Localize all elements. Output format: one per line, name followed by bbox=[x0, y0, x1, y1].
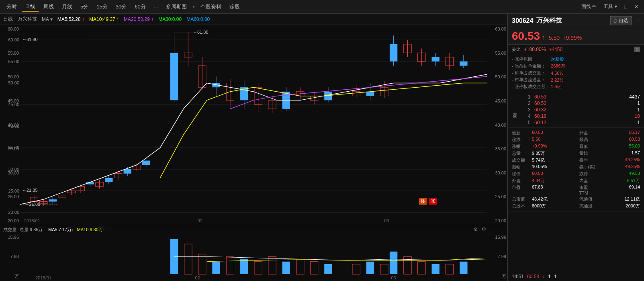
ratio-val2: +4450 bbox=[549, 47, 562, 52]
volume-canvas[interactable] bbox=[0, 234, 507, 280]
price-axis-60: 60.00 bbox=[488, 27, 506, 31]
price-axis-35: 35.00 bbox=[488, 146, 506, 151]
dot5: · bbox=[512, 84, 513, 89]
volume-chart: 成交量 总量:9.85万↓ MA5:7.17万↑ MA10:6.30万↑ ⊗ ⚙… bbox=[0, 225, 507, 281]
ob-row-4: 4 60.18 10 bbox=[528, 113, 640, 119]
current-order-val: 2686万 bbox=[551, 63, 565, 69]
footer-bar: 14:51 60.53 ↓ 1 1 bbox=[508, 272, 644, 281]
top-nav: 分时 日线 周线 月线 5分 15分 30分 60分 ··· 多周期图 ▾ 个股… bbox=[0, 0, 644, 14]
dot3: · bbox=[512, 71, 513, 76]
ratio-label: 委比 bbox=[512, 46, 521, 52]
current-order-row: · 当前封单金额： 2686万 bbox=[512, 63, 640, 70]
menu-icon[interactable]: ≡ bbox=[637, 18, 640, 24]
stat-row-5: 成交额 5.74亿 换手 49.25% bbox=[512, 157, 640, 164]
stat-row-8: 外盘 4.34万 内盘 5.51万 bbox=[512, 177, 640, 184]
price-up-icon: ↑ bbox=[541, 33, 545, 41]
stop-reason-label: 涨停原因 bbox=[515, 56, 551, 62]
footer-vol2: 1 bbox=[554, 274, 557, 279]
nav-monthly[interactable]: 月线 bbox=[59, 2, 76, 11]
ma10-label: MA10:49.37 ↑ bbox=[89, 16, 119, 22]
stat-row-9: 市盈 67.83 市盈TTM 69.14 bbox=[512, 184, 640, 196]
price-axis-50: 50.00 bbox=[488, 74, 506, 79]
annotation-high: ←61.80 bbox=[22, 37, 38, 42]
ratio-val: +100.00% bbox=[524, 47, 546, 52]
ma30-label: MA30:0.00 bbox=[158, 16, 182, 22]
stop-reason-tag[interactable]: 次新股 bbox=[551, 56, 564, 62]
volume-ma10: MA10:6.30万↑ bbox=[77, 227, 105, 233]
nav-daily[interactable]: 日线 bbox=[22, 2, 39, 12]
price-axis-40: 40.00 bbox=[488, 123, 506, 127]
nav-stock-info[interactable]: 个股资料 bbox=[197, 2, 225, 11]
main-layout: 日线 万兴科技 MA ▾ MA5:52.28 ↑ MA10:49.37 ↑ MA… bbox=[0, 14, 644, 281]
ma-bar: 日线 万兴科技 MA ▾ MA5:52.28 ↑ MA10:49.37 ↑ MA… bbox=[0, 14, 507, 25]
nav-tools[interactable]: 工具 ▾ bbox=[601, 2, 619, 11]
ratio-bar: 委比 +100.00% +4450 □ bbox=[508, 45, 644, 54]
nav-multiperiod[interactable]: 多周期图 bbox=[163, 2, 190, 11]
dot1: · bbox=[512, 57, 513, 62]
nav-30min[interactable]: 30分 bbox=[112, 2, 130, 11]
footer-price: 60.53 bbox=[527, 274, 539, 279]
stat-row-3: 涨幅 +9.99% 最低 55.00 bbox=[512, 143, 640, 150]
price-canvas[interactable] bbox=[0, 25, 507, 225]
order-float-label: 封单占流通盘： bbox=[515, 77, 551, 83]
ratio-icons: □ bbox=[634, 47, 640, 52]
stop-amount-row: · 涨停板成交金额： 1.6亿 bbox=[512, 83, 640, 90]
nav-fullscreen[interactable]: □ bbox=[622, 3, 630, 10]
order-vol-row: · 封单占成交量： 4.50% bbox=[512, 70, 640, 76]
ratio-copy-icon[interactable]: □ bbox=[634, 47, 640, 52]
price-axis-30: 30.00 bbox=[488, 170, 506, 175]
volume-settings-icon[interactable]: ⚙ bbox=[480, 226, 487, 232]
stat-row-4: 总量 9.85万 量比 1.57 bbox=[512, 150, 640, 157]
nav-weekly[interactable]: 周线 bbox=[40, 2, 57, 11]
price-axis-25: 25.00 bbox=[488, 194, 506, 199]
price-change: 5.50 bbox=[549, 35, 560, 41]
stat-row-2: 涨跌 5.50 最高 60.53 bbox=[512, 136, 640, 143]
badge-zhang: 涨 bbox=[429, 198, 437, 205]
volume-axis-right: 15.96 7.98 万 bbox=[487, 234, 507, 280]
ma5-label: MA5:52.28 ↑ bbox=[57, 16, 84, 22]
stop-amount-label: 涨停板成交金额： bbox=[515, 84, 551, 90]
volume-ma5: MA5:7.17万↑ bbox=[48, 227, 74, 233]
ob-row-2: 2 60.52 1 bbox=[528, 100, 640, 107]
price-axis-20: 20.00 bbox=[488, 218, 506, 223]
volume-icons: ⊗ ⚙ bbox=[472, 226, 487, 232]
stat-row-11: 总股本 8000万 流通股 2000万 bbox=[512, 203, 640, 209]
price-axis-45: 45.00 bbox=[488, 98, 506, 103]
stats-grid: 最新 60.53 开盘 56.17 涨跌 5.50 最高 60.53 涨幅 +9… bbox=[508, 128, 644, 211]
nav-15min[interactable]: 15分 bbox=[93, 2, 110, 11]
price-axis-55: 55.00 bbox=[488, 51, 506, 55]
volume-header: 成交量 总量:9.85万↓ MA5:7.17万↑ MA10:6.30万↑ ⊗ ⚙ bbox=[0, 225, 507, 234]
footer-time: 14:51 bbox=[512, 274, 524, 279]
ob-row-1: 1 60.53 4437 bbox=[528, 94, 640, 100]
nav-fenshi[interactable]: 分时 bbox=[3, 2, 20, 11]
price-axis: 60.00 55.00 50.00 45.00 40.00 35.00 30.0… bbox=[487, 25, 507, 225]
volume-label: 成交量 bbox=[3, 227, 16, 233]
dot2: · bbox=[512, 64, 513, 69]
add-favorite-button[interactable]: 加自选 bbox=[610, 16, 632, 25]
price-display: 60.53 ↑ 5.50 +9.99% bbox=[508, 28, 644, 45]
nav-diagnosis[interactable]: 诊股 bbox=[226, 2, 243, 11]
footer-vol1: 1 bbox=[548, 274, 551, 279]
badge-lou: 楼 bbox=[419, 198, 427, 205]
ob-row-3: 3 60.32 1 bbox=[528, 107, 640, 113]
ob-rows: 1 60.53 4437 2 60.52 1 3 60.32 1 4 60.18 bbox=[528, 94, 640, 126]
right-panel: 300624 万兴科技 加自选 ≡ 60.53 ↑ 5.50 +9.99% 委比… bbox=[507, 14, 644, 281]
nav-60min[interactable]: 60分 bbox=[131, 2, 149, 11]
volume-close-icon[interactable]: ⊗ bbox=[472, 226, 479, 232]
ob-row-5: 5 60.12 1 bbox=[528, 119, 640, 126]
stop-reason-row: · 涨停原因 次新股 bbox=[512, 56, 640, 63]
nav-more[interactable]: ··· bbox=[151, 3, 162, 10]
order-float-row: · 封单占流通盘： 2.22% bbox=[512, 76, 640, 83]
current-order-label: 当前封单金额： bbox=[515, 63, 551, 69]
stock-name-label: 万兴科技 bbox=[18, 16, 37, 23]
nav-right-tools: 画线 ✏ 工具 ▾ □ ✕ bbox=[579, 2, 641, 11]
stat-row-10: 总市值 48.42亿 流通值 12.11亿 bbox=[512, 196, 640, 203]
nav-draw[interactable]: 画线 ✏ bbox=[579, 2, 599, 11]
nav-close[interactable]: ✕ bbox=[632, 3, 641, 10]
dot4: · bbox=[512, 78, 513, 82]
price-chart: 60.00 55.00 50.00 45.00 40.00 35.00 30.0… bbox=[0, 25, 507, 225]
order-float-val: 2.22% bbox=[551, 78, 563, 82]
ma-type-label[interactable]: MA ▾ bbox=[42, 16, 53, 22]
order-vol-label: 封单占成交量： bbox=[515, 70, 551, 76]
nav-5min[interactable]: 5分 bbox=[77, 2, 92, 11]
